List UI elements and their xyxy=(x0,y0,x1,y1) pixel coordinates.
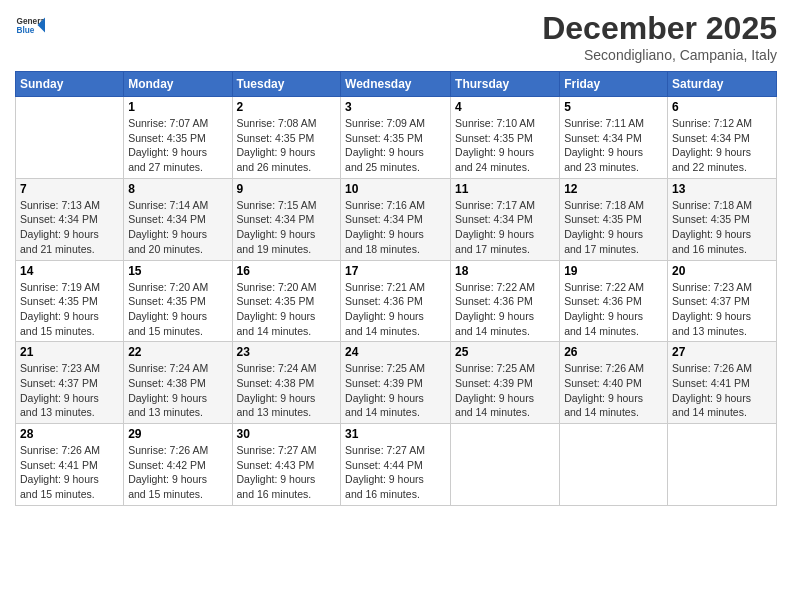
calendar-cell: 20Sunrise: 7:23 AM Sunset: 4:37 PM Dayli… xyxy=(668,260,777,342)
day-info: Sunrise: 7:18 AM Sunset: 4:35 PM Dayligh… xyxy=(564,198,663,257)
day-info: Sunrise: 7:10 AM Sunset: 4:35 PM Dayligh… xyxy=(455,116,555,175)
calendar-cell: 26Sunrise: 7:26 AM Sunset: 4:40 PM Dayli… xyxy=(560,342,668,424)
calendar-week-2: 7Sunrise: 7:13 AM Sunset: 4:34 PM Daylig… xyxy=(16,178,777,260)
day-info: Sunrise: 7:27 AM Sunset: 4:44 PM Dayligh… xyxy=(345,443,446,502)
day-info: Sunrise: 7:26 AM Sunset: 4:42 PM Dayligh… xyxy=(128,443,227,502)
header-sunday: Sunday xyxy=(16,72,124,97)
calendar-cell: 12Sunrise: 7:18 AM Sunset: 4:35 PM Dayli… xyxy=(560,178,668,260)
svg-text:Blue: Blue xyxy=(17,26,35,35)
day-info: Sunrise: 7:17 AM Sunset: 4:34 PM Dayligh… xyxy=(455,198,555,257)
calendar-cell: 24Sunrise: 7:25 AM Sunset: 4:39 PM Dayli… xyxy=(341,342,451,424)
logo-icon: General Blue xyxy=(15,10,45,40)
day-info: Sunrise: 7:19 AM Sunset: 4:35 PM Dayligh… xyxy=(20,280,119,339)
day-number: 13 xyxy=(672,182,772,196)
day-number: 25 xyxy=(455,345,555,359)
day-number: 3 xyxy=(345,100,446,114)
calendar-cell: 30Sunrise: 7:27 AM Sunset: 4:43 PM Dayli… xyxy=(232,424,341,506)
day-number: 19 xyxy=(564,264,663,278)
day-info: Sunrise: 7:21 AM Sunset: 4:36 PM Dayligh… xyxy=(345,280,446,339)
day-number: 17 xyxy=(345,264,446,278)
calendar-week-4: 21Sunrise: 7:23 AM Sunset: 4:37 PM Dayli… xyxy=(16,342,777,424)
day-number: 11 xyxy=(455,182,555,196)
day-number: 16 xyxy=(237,264,337,278)
calendar-week-3: 14Sunrise: 7:19 AM Sunset: 4:35 PM Dayli… xyxy=(16,260,777,342)
day-info: Sunrise: 7:16 AM Sunset: 4:34 PM Dayligh… xyxy=(345,198,446,257)
day-info: Sunrise: 7:23 AM Sunset: 4:37 PM Dayligh… xyxy=(672,280,772,339)
day-info: Sunrise: 7:22 AM Sunset: 4:36 PM Dayligh… xyxy=(564,280,663,339)
day-info: Sunrise: 7:18 AM Sunset: 4:35 PM Dayligh… xyxy=(672,198,772,257)
calendar-cell: 8Sunrise: 7:14 AM Sunset: 4:34 PM Daylig… xyxy=(124,178,232,260)
calendar-cell: 10Sunrise: 7:16 AM Sunset: 4:34 PM Dayli… xyxy=(341,178,451,260)
calendar-cell: 16Sunrise: 7:20 AM Sunset: 4:35 PM Dayli… xyxy=(232,260,341,342)
calendar-cell: 3Sunrise: 7:09 AM Sunset: 4:35 PM Daylig… xyxy=(341,97,451,179)
calendar-cell: 22Sunrise: 7:24 AM Sunset: 4:38 PM Dayli… xyxy=(124,342,232,424)
day-info: Sunrise: 7:13 AM Sunset: 4:34 PM Dayligh… xyxy=(20,198,119,257)
month-title: December 2025 xyxy=(542,10,777,47)
day-info: Sunrise: 7:14 AM Sunset: 4:34 PM Dayligh… xyxy=(128,198,227,257)
day-number: 22 xyxy=(128,345,227,359)
calendar-cell: 14Sunrise: 7:19 AM Sunset: 4:35 PM Dayli… xyxy=(16,260,124,342)
day-number: 30 xyxy=(237,427,337,441)
day-info: Sunrise: 7:09 AM Sunset: 4:35 PM Dayligh… xyxy=(345,116,446,175)
day-number: 10 xyxy=(345,182,446,196)
day-number: 2 xyxy=(237,100,337,114)
header-tuesday: Tuesday xyxy=(232,72,341,97)
day-info: Sunrise: 7:26 AM Sunset: 4:40 PM Dayligh… xyxy=(564,361,663,420)
day-number: 21 xyxy=(20,345,119,359)
calendar-cell: 25Sunrise: 7:25 AM Sunset: 4:39 PM Dayli… xyxy=(451,342,560,424)
day-number: 6 xyxy=(672,100,772,114)
day-number: 23 xyxy=(237,345,337,359)
calendar-cell: 6Sunrise: 7:12 AM Sunset: 4:34 PM Daylig… xyxy=(668,97,777,179)
calendar-cell: 23Sunrise: 7:24 AM Sunset: 4:38 PM Dayli… xyxy=(232,342,341,424)
day-number: 18 xyxy=(455,264,555,278)
day-info: Sunrise: 7:22 AM Sunset: 4:36 PM Dayligh… xyxy=(455,280,555,339)
title-area: December 2025 Secondigliano, Campania, I… xyxy=(542,10,777,63)
day-info: Sunrise: 7:24 AM Sunset: 4:38 PM Dayligh… xyxy=(128,361,227,420)
calendar-cell: 11Sunrise: 7:17 AM Sunset: 4:34 PM Dayli… xyxy=(451,178,560,260)
day-number: 28 xyxy=(20,427,119,441)
calendar-cell: 21Sunrise: 7:23 AM Sunset: 4:37 PM Dayli… xyxy=(16,342,124,424)
calendar-cell: 1Sunrise: 7:07 AM Sunset: 4:35 PM Daylig… xyxy=(124,97,232,179)
location: Secondigliano, Campania, Italy xyxy=(542,47,777,63)
calendar-cell: 28Sunrise: 7:26 AM Sunset: 4:41 PM Dayli… xyxy=(16,424,124,506)
day-number: 14 xyxy=(20,264,119,278)
day-info: Sunrise: 7:26 AM Sunset: 4:41 PM Dayligh… xyxy=(672,361,772,420)
day-info: Sunrise: 7:25 AM Sunset: 4:39 PM Dayligh… xyxy=(455,361,555,420)
calendar-cell: 4Sunrise: 7:10 AM Sunset: 4:35 PM Daylig… xyxy=(451,97,560,179)
day-number: 12 xyxy=(564,182,663,196)
header-saturday: Saturday xyxy=(668,72,777,97)
day-number: 26 xyxy=(564,345,663,359)
calendar-cell: 19Sunrise: 7:22 AM Sunset: 4:36 PM Dayli… xyxy=(560,260,668,342)
day-info: Sunrise: 7:23 AM Sunset: 4:37 PM Dayligh… xyxy=(20,361,119,420)
header-monday: Monday xyxy=(124,72,232,97)
calendar-cell xyxy=(560,424,668,506)
day-number: 29 xyxy=(128,427,227,441)
day-number: 20 xyxy=(672,264,772,278)
calendar-table: Sunday Monday Tuesday Wednesday Thursday… xyxy=(15,71,777,506)
day-info: Sunrise: 7:24 AM Sunset: 4:38 PM Dayligh… xyxy=(237,361,337,420)
calendar-cell xyxy=(451,424,560,506)
day-number: 15 xyxy=(128,264,227,278)
calendar-cell: 13Sunrise: 7:18 AM Sunset: 4:35 PM Dayli… xyxy=(668,178,777,260)
calendar-cell: 2Sunrise: 7:08 AM Sunset: 4:35 PM Daylig… xyxy=(232,97,341,179)
day-info: Sunrise: 7:27 AM Sunset: 4:43 PM Dayligh… xyxy=(237,443,337,502)
day-info: Sunrise: 7:25 AM Sunset: 4:39 PM Dayligh… xyxy=(345,361,446,420)
day-number: 27 xyxy=(672,345,772,359)
calendar-cell xyxy=(668,424,777,506)
calendar-cell: 15Sunrise: 7:20 AM Sunset: 4:35 PM Dayli… xyxy=(124,260,232,342)
day-number: 9 xyxy=(237,182,337,196)
header-area: General Blue December 2025 Secondigliano… xyxy=(15,10,777,63)
page-container: General Blue December 2025 Secondigliano… xyxy=(0,0,792,612)
day-number: 24 xyxy=(345,345,446,359)
day-number: 5 xyxy=(564,100,663,114)
logo: General Blue xyxy=(15,10,45,40)
calendar-cell xyxy=(16,97,124,179)
header-friday: Friday xyxy=(560,72,668,97)
day-info: Sunrise: 7:08 AM Sunset: 4:35 PM Dayligh… xyxy=(237,116,337,175)
day-info: Sunrise: 7:20 AM Sunset: 4:35 PM Dayligh… xyxy=(128,280,227,339)
header-wednesday: Wednesday xyxy=(341,72,451,97)
day-number: 1 xyxy=(128,100,227,114)
calendar-cell: 27Sunrise: 7:26 AM Sunset: 4:41 PM Dayli… xyxy=(668,342,777,424)
day-number: 7 xyxy=(20,182,119,196)
calendar-cell: 29Sunrise: 7:26 AM Sunset: 4:42 PM Dayli… xyxy=(124,424,232,506)
